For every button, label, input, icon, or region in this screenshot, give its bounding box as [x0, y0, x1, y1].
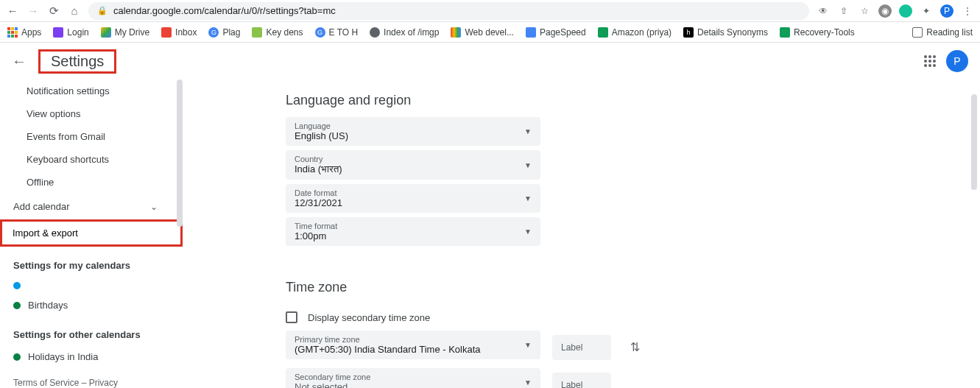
list-icon	[912, 27, 923, 38]
bm-icon	[526, 27, 536, 38]
reading-list[interactable]: Reading list	[912, 27, 973, 38]
settings-header: ← Settings P	[0, 43, 980, 80]
sidebar-import-export[interactable]: Import & export	[0, 219, 183, 247]
account-avatar[interactable]: P	[946, 50, 968, 72]
extension-icons: 👁 ⇧ ☆ ◉ ✦ P ⋮	[817, 4, 974, 18]
url-text: calendar.google.com/calendar/u/0/r/setti…	[113, 5, 336, 16]
primary-tz-dropdown[interactable]: Primary time zone(GMT+05:30) India Stand…	[286, 331, 540, 359]
calendar-color-dot	[13, 302, 21, 309]
swap-tz-icon[interactable]: ⇅	[623, 340, 640, 354]
sidebar-item-offline[interactable]: Offline	[10, 171, 183, 194]
sidebar-scrollbar[interactable]	[177, 80, 183, 227]
extensions-icon[interactable]: ✦	[920, 4, 933, 18]
bookmarks-bar: Apps Login My Drive Inbox GPlag Key dens…	[0, 22, 980, 43]
bookmark-login[interactable]: Login	[53, 27, 88, 38]
bm-icon	[252, 27, 262, 38]
sidebar-add-calendar[interactable]: Add calendar ⌄	[10, 194, 183, 219]
ext-grammarly-icon[interactable]: ◉	[878, 4, 892, 18]
settings-sidebar: Notification settings View options Event…	[0, 80, 183, 388]
main-scrollbar[interactable]	[971, 94, 977, 190]
bookmark-webdev[interactable]: Web devel...	[451, 27, 513, 38]
calendar-item-holidays[interactable]: Holidays in India	[10, 346, 183, 367]
bookmark-recovery[interactable]: Recovery-Tools	[780, 27, 855, 38]
menu-icon[interactable]: ⋮	[961, 4, 974, 18]
bookmark-pagespeed[interactable]: PageSpeed	[526, 27, 586, 38]
apps-bookmark[interactable]: Apps	[7, 27, 41, 38]
bookmark-keydens[interactable]: Key dens	[252, 27, 303, 38]
calendar-item-birthdays[interactable]: Birthdays	[10, 294, 183, 316]
bm-icon	[451, 27, 461, 38]
reload-icon[interactable]: ⟳	[47, 4, 60, 18]
apps-icon	[7, 27, 18, 38]
share-icon[interactable]: ⇧	[837, 4, 850, 18]
home-icon[interactable]: ⌂	[68, 4, 81, 18]
ext-eye-icon[interactable]: 👁	[817, 4, 830, 18]
country-dropdown[interactable]: CountryIndia (भारत) ▼	[286, 150, 540, 180]
dropdown-arrow-icon: ▼	[524, 127, 532, 135]
sheets-icon	[780, 27, 790, 38]
h-icon: h	[683, 27, 694, 38]
browser-toolbar: ← → ⟳ ⌂ 🔒 calendar.google.com/calendar/u…	[0, 0, 980, 22]
dropdown-arrow-icon: ▼	[524, 227, 532, 236]
address-bar[interactable]: 🔒 calendar.google.com/calendar/u/0/r/set…	[88, 2, 809, 20]
profile-icon[interactable]: P	[940, 4, 953, 18]
timezone-heading: Time zone	[286, 250, 951, 304]
settings-main: Language and region LanguageEnglish (US)…	[183, 80, 980, 388]
gmail-icon	[161, 27, 172, 38]
primary-tz-label-input[interactable]: Label	[552, 335, 611, 360]
g-icon: G	[315, 27, 325, 38]
other-calendars-heading: Settings for other calendars	[10, 316, 183, 346]
time-format-dropdown[interactable]: Time format1:00pm ▼	[286, 217, 540, 246]
my-calendars-heading: Settings for my calendars	[10, 247, 183, 277]
sidebar-item-events-gmail[interactable]: Events from Gmail	[10, 125, 183, 148]
back-icon[interactable]: ←	[6, 4, 19, 18]
google-apps-icon[interactable]	[924, 55, 936, 67]
globe-icon	[370, 27, 380, 38]
bookmark-etoh[interactable]: GE TO H	[315, 27, 359, 38]
lock-icon: 🔒	[97, 6, 107, 15]
star-icon[interactable]: ☆	[858, 4, 871, 18]
dropdown-arrow-icon: ▼	[524, 341, 532, 349]
footer-links[interactable]: Terms of Service – Privacy	[10, 367, 183, 388]
secondary-tz-checkbox[interactable]	[286, 311, 297, 323]
forward-icon[interactable]: →	[27, 4, 40, 18]
secondary-tz-label-input[interactable]: Label	[552, 373, 611, 389]
secondary-tz-checkbox-row: Display secondary time zone	[286, 304, 951, 331]
bookmark-plag[interactable]: GPlag	[208, 27, 240, 38]
language-dropdown[interactable]: LanguageEnglish (US) ▼	[286, 117, 540, 146]
page-title: Settings	[38, 49, 116, 74]
sidebar-item-view-options[interactable]: View options	[10, 102, 183, 125]
secondary-tz-dropdown[interactable]: Secondary time zoneNot selected ▼	[286, 368, 540, 388]
bookmark-amazon[interactable]: Amazon (priya)	[598, 27, 671, 38]
chevron-down-icon: ⌄	[150, 202, 180, 212]
calendar-color-dot	[13, 282, 21, 289]
dropdown-arrow-icon: ▼	[524, 161, 532, 169]
sheets-icon	[598, 27, 608, 38]
calendar-color-dot	[13, 353, 21, 361]
drive-icon	[101, 27, 111, 38]
dropdown-arrow-icon: ▼	[524, 378, 532, 387]
back-arrow-icon[interactable]: ←	[12, 53, 27, 70]
bookmark-index[interactable]: Index of /imgp	[370, 27, 439, 38]
sidebar-item-keyboard[interactable]: Keyboard shortcuts	[10, 148, 183, 171]
ext-green-icon[interactable]	[899, 4, 912, 18]
bm-icon	[53, 27, 63, 38]
bookmark-details[interactable]: hDetails Synonyms	[683, 27, 768, 38]
bookmark-drive[interactable]: My Drive	[101, 27, 149, 38]
dropdown-arrow-icon: ▼	[524, 194, 532, 202]
sidebar-item-notifications[interactable]: Notification settings	[10, 80, 183, 102]
g-icon: G	[208, 27, 219, 38]
calendar-item[interactable]	[10, 277, 183, 294]
date-format-dropdown[interactable]: Date format12/31/2021 ▼	[286, 184, 540, 213]
language-region-heading: Language and region	[286, 80, 951, 117]
bookmark-inbox[interactable]: Inbox	[161, 27, 197, 38]
